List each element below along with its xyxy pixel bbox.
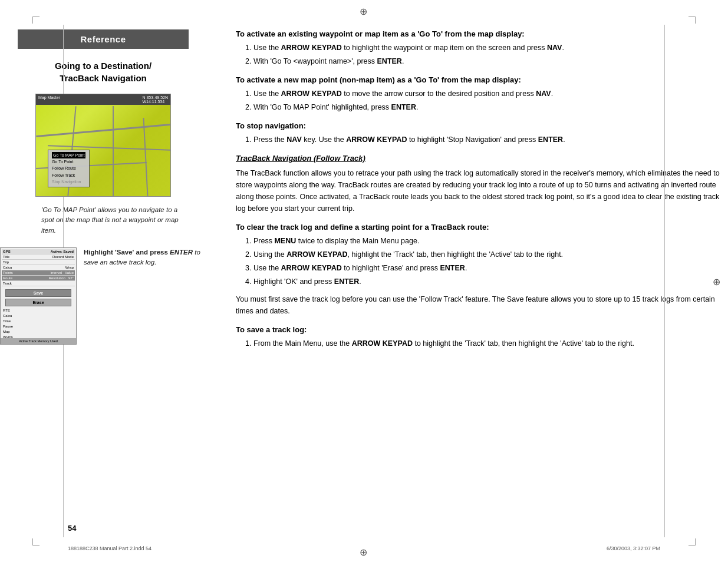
tracback-heading: TracBack Navigation (Follow Track) <box>236 154 728 163</box>
list-item: With 'Go To <waypoint name>', press ENTE… <box>253 55 728 67</box>
registration-mark-top <box>360 6 369 15</box>
list-item: With 'Go To MAP Point' highlighted, pres… <box>253 101 728 113</box>
list-item: Use the ARROW KEYPAD to move the arrow c… <box>253 88 728 100</box>
menu-item-follow-track: Follow Track <box>52 172 85 178</box>
track-screenshot: GPSActive: Saved TitleRecord Mode Trip C… <box>0 247 77 345</box>
map-menu-overlay: Go To MAP Point Go To Point Follow Route… <box>48 150 90 187</box>
list-item: From the Main Menu, use the ARROW KEYPAD… <box>253 338 728 349</box>
corner-mark-bl <box>32 538 39 546</box>
left-column: Reference Going to a Destination/TracBac… <box>0 29 224 507</box>
list-item: Press the NAV key. Use the ARROW KEYPAD … <box>253 134 728 146</box>
corner-mark-tl <box>32 16 39 24</box>
corner-mark-tr <box>689 16 696 24</box>
list-item: Highlight 'OK' and press ENTER. <box>253 276 728 287</box>
list-item: Press MENU twice to display the Main Men… <box>253 235 728 247</box>
track-footer-label: Active Track Memory Used <box>1 338 76 344</box>
tracback-body: The TracBack function allows you to retr… <box>236 167 728 214</box>
reference-label: Reference <box>80 34 126 44</box>
save-track-para: You must first save the track log before… <box>236 293 728 317</box>
steps-stop-nav: Press the NAV key. Use the ARROW KEYPAD … <box>253 134 728 146</box>
heading-clear-track: To clear the track log and define a star… <box>236 223 728 232</box>
steps-save-track: From the Main Menu, use the ARROW KEYPAD… <box>253 338 728 349</box>
registration-mark-bottom <box>360 547 369 556</box>
list-item: Use the ARROW KEYPAD to highlight 'Erase… <box>253 262 728 274</box>
reference-box: Reference <box>18 29 189 49</box>
footer-right: 6/30/2003, 3:32:07 PM <box>607 546 660 551</box>
section-title: Going to a Destination/TracBack Navigati… <box>0 59 206 84</box>
track-section: GPSActive: Saved TitleRecord Mode Trip C… <box>0 247 206 345</box>
steps-clear-track: Press MENU twice to display the Main Men… <box>253 235 728 287</box>
list-item: Use the ARROW KEYPAD to highlight the wa… <box>253 42 728 54</box>
erase-button-image: Erase <box>5 299 71 306</box>
save-button-image: Save <box>5 289 71 297</box>
right-column: To activate an existing waypoint or map … <box>224 29 728 507</box>
map-screenshot: Map Master N 353-49.52NW14:11.534 Go To … <box>35 94 171 197</box>
registration-mark-right <box>713 276 722 286</box>
menu-item-goto-map: Go To MAP Point <box>52 152 85 158</box>
corner-mark-br <box>689 538 696 546</box>
margin-line-right <box>664 25 665 537</box>
steps-activate-new: Use the ARROW KEYPAD to move the arrow c… <box>253 88 728 113</box>
heading-activate-new: To activate a new map point (non-map ite… <box>236 75 728 84</box>
heading-activate-existing: To activate an existing waypoint or map … <box>236 29 728 38</box>
steps-activate-existing: Use the ARROW KEYPAD to highlight the wa… <box>253 42 728 67</box>
page-number: 54 <box>68 524 76 533</box>
track-caption: Highlight 'Save' and press ENTER to save… <box>84 247 206 268</box>
menu-item-goto-point: Go To Point <box>52 158 85 165</box>
menu-item-stop-nav: Stop Navigation <box>52 178 85 185</box>
menu-item-follow-route: Follow Route <box>52 165 85 171</box>
footer-left: 188188C238 Manual Part 2.indd 54 <box>68 546 151 551</box>
list-item: Using the ARROW KEYPAD, highlight the 'T… <box>253 249 728 260</box>
heading-stop-nav: To stop navigation: <box>236 121 728 130</box>
heading-save-track: To save a track log: <box>236 325 728 334</box>
